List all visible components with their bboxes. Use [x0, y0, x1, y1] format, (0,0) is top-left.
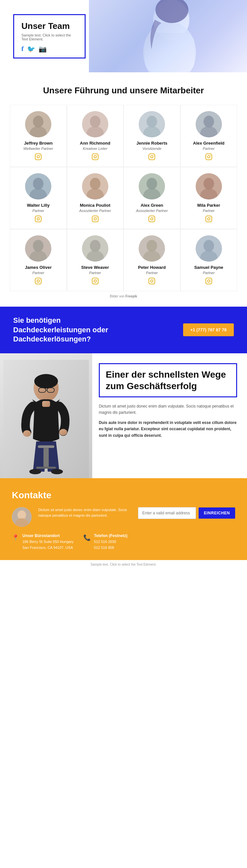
instagram-icon-2[interactable] — [148, 153, 156, 162]
team-member-role: Partner — [32, 209, 44, 213]
business-title-box: Einer der schnellsten Wege zum Geschäfts… — [99, 363, 237, 397]
svg-rect-25 — [206, 154, 212, 160]
svg-point-71 — [203, 240, 214, 252]
svg-rect-37 — [92, 216, 98, 222]
svg-point-20 — [151, 155, 153, 158]
business-content: Einer der schnellsten Wege zum Geschäfts… — [92, 353, 247, 478]
team-avatar-6 — [139, 173, 165, 199]
instagram-icon-4[interactable] — [34, 215, 42, 224]
contact-avatar — [12, 507, 32, 527]
svg-rect-49 — [206, 216, 212, 222]
svg-point-32 — [37, 218, 39, 220]
contact-left-text: Dictum sit amet justo donec enim diam vu… — [38, 507, 131, 519]
svg-point-63 — [97, 279, 97, 280]
svg-point-39 — [97, 217, 97, 218]
team-member-name: Alex Greenfield — [193, 141, 224, 146]
office-label: Unser Bürostandort — [22, 533, 74, 538]
team-member-role: Partner — [203, 209, 215, 213]
instagram-icon-6[interactable] — [148, 215, 156, 224]
team-card: Steve Weaver Partner — [67, 229, 124, 291]
cta-phone-button[interactable]: +1 (777) 787 87 78 — [183, 323, 234, 336]
instagram-icon-8[interactable] — [34, 277, 42, 286]
footer-note: Sample text. Click to select the Text El… — [0, 560, 247, 567]
svg-point-14 — [94, 155, 96, 158]
instagram-icon[interactable]: 📷 — [38, 45, 47, 53]
svg-point-45 — [153, 217, 154, 218]
submit-button[interactable]: EINREICHEN — [199, 507, 235, 519]
team-avatar-7 — [196, 173, 222, 199]
team-avatar-10 — [139, 235, 165, 261]
svg-point-26 — [208, 155, 210, 158]
freepik-credit: Bilder von Freepik — [10, 294, 237, 300]
svg-rect-13 — [92, 154, 98, 160]
hero-socials: 𝐟 🐦 📷 — [21, 45, 77, 53]
svg-point-57 — [39, 279, 40, 280]
svg-rect-88 — [44, 448, 46, 468]
svg-point-62 — [94, 280, 96, 282]
contacts-top: Dictum sit amet justo donec enim diam vu… — [12, 507, 235, 527]
team-member-name: Peter Howard — [138, 265, 166, 270]
phone-label: Telefon (Festnetz) — [94, 533, 128, 538]
svg-rect-61 — [92, 278, 98, 284]
business-body1: Dictum sit amet justo donec enim diam vu… — [99, 403, 237, 416]
team-avatar-8 — [25, 235, 51, 261]
team-member-name: Ann Richmond — [80, 141, 110, 146]
facebook-icon[interactable]: 𝐟 — [21, 45, 24, 53]
instagram-icon-5[interactable] — [91, 215, 99, 224]
instagram-icon-9[interactable] — [91, 277, 99, 286]
instagram-icon-11[interactable] — [205, 277, 213, 286]
phone-icon: 📞 — [83, 534, 90, 541]
svg-rect-90 — [36, 467, 56, 469]
instagram-icon-3[interactable] — [205, 153, 213, 162]
svg-rect-73 — [206, 278, 212, 284]
instagram-icon-1[interactable] — [91, 153, 99, 162]
team-member-role: Partner — [146, 271, 158, 275]
svg-point-44 — [151, 218, 153, 220]
svg-point-33 — [39, 217, 40, 218]
instagram-icon-10[interactable] — [148, 277, 156, 286]
svg-rect-82 — [42, 401, 50, 407]
team-card: Jennie Roberts Vorsitzende — [124, 105, 181, 167]
team-card: Ann Richmond Kreativer Leiter — [67, 105, 124, 167]
office-address: 186 Berry St Suite 550 HungarySan Franci… — [22, 539, 74, 551]
svg-point-68 — [151, 280, 153, 282]
svg-rect-31 — [35, 216, 41, 222]
team-card: Alex Green Assoziierter Partner — [124, 167, 181, 229]
email-input[interactable] — [138, 507, 196, 519]
contacts-bottom: 📍 Unser Bürostandort 186 Berry St Suite … — [12, 533, 235, 551]
hero-section: Unser Team Sample text. Click to select … — [0, 0, 247, 72]
team-member-role: Partner — [32, 271, 44, 275]
location-icon: 📍 — [12, 534, 19, 541]
business-image — [0, 353, 92, 478]
svg-point-59 — [90, 240, 101, 252]
svg-point-9 — [39, 155, 40, 155]
business-section: Einer der schnellsten Wege zum Geschäfts… — [0, 353, 247, 478]
svg-point-21 — [153, 155, 154, 155]
instagram-icon-0[interactable] — [34, 153, 42, 162]
team-card: Walter Lilly Partner — [10, 167, 67, 229]
svg-point-47 — [203, 178, 214, 190]
team-member-name: Jeffrey Brown — [24, 141, 53, 146]
svg-point-35 — [90, 178, 101, 190]
office-info: 📍 Unser Bürostandort 186 Berry St Suite … — [12, 533, 74, 551]
team-member-name: Steve Weaver — [81, 265, 109, 270]
svg-point-86 — [51, 469, 63, 474]
team-member-role: Weltweiter Partner — [23, 147, 53, 151]
team-avatar-9 — [82, 235, 108, 261]
svg-point-81 — [34, 374, 58, 389]
svg-rect-55 — [35, 278, 41, 284]
svg-point-17 — [146, 116, 157, 127]
svg-point-53 — [33, 240, 44, 252]
team-member-name: Jennie Roberts — [136, 141, 167, 146]
svg-rect-87 — [38, 445, 54, 448]
team-member-name: Monica Pouliot — [80, 203, 110, 208]
team-grid: Jeffrey Brown Weltweiter Partner Ann Ric… — [10, 105, 237, 291]
team-avatar-3 — [196, 111, 222, 137]
instagram-icon-7[interactable] — [205, 215, 213, 224]
team-member-role: Partner — [203, 271, 215, 275]
team-member-role: Vorsitzende — [142, 147, 161, 151]
cta-section: Sie benötigen Dachdeckerleistungen oder … — [0, 307, 247, 353]
svg-point-83 — [23, 430, 31, 437]
team-avatar-11 — [196, 235, 222, 261]
twitter-icon[interactable]: 🐦 — [27, 45, 35, 53]
